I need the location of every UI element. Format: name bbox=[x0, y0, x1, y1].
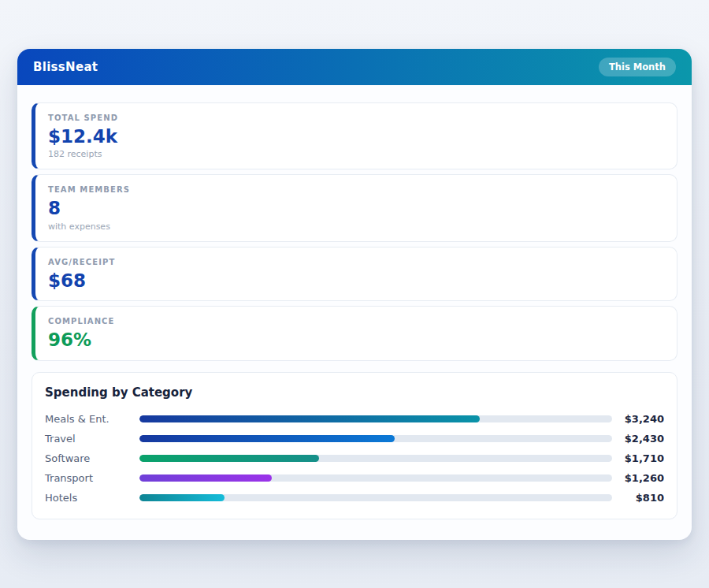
category-value: $3,240 bbox=[612, 413, 664, 425]
chart-row-travel: Travel $2,430 bbox=[45, 429, 664, 448]
bar-track bbox=[139, 455, 612, 462]
stat-value: $68 bbox=[48, 270, 664, 291]
stat-value: $12.4k bbox=[48, 126, 664, 147]
bar-fill-software bbox=[139, 455, 319, 462]
bar-track bbox=[139, 415, 612, 422]
stat-subtext: with expenses bbox=[48, 221, 664, 232]
stat-label: AVG/RECEIPT bbox=[48, 258, 664, 266]
app-panel: BlissNeat This Month TOTAL SPEND $12.4k … bbox=[17, 49, 692, 540]
stat-label: TEAM MEMBERS bbox=[48, 185, 664, 194]
bar-fill-hotels bbox=[139, 494, 225, 501]
chart-row-transport: Transport $1,260 bbox=[45, 468, 664, 488]
stat-label: COMPLIANCE bbox=[48, 317, 664, 326]
stat-card-compliance: COMPLIANCE 96% bbox=[32, 306, 677, 360]
category-label: Travel bbox=[45, 433, 139, 445]
stat-value: 8 bbox=[48, 198, 664, 218]
stat-card-total-spend: TOTAL SPEND $12.4k 182 receipts bbox=[32, 102, 677, 169]
app-title: BlissNeat bbox=[33, 60, 98, 74]
category-value: $810 bbox=[612, 492, 664, 504]
chart-title: Spending by Category bbox=[45, 385, 664, 400]
stat-label: TOTAL SPEND bbox=[48, 114, 664, 122]
bar-fill-transport bbox=[139, 474, 272, 482]
bar-fill-travel bbox=[139, 435, 395, 442]
category-value: $2,430 bbox=[612, 433, 664, 445]
chart-row-meals: Meals & Ent. $3,240 bbox=[45, 409, 664, 429]
stat-value: 96% bbox=[48, 329, 664, 350]
bar-track bbox=[139, 474, 612, 482]
category-label: Meals & Ent. bbox=[45, 413, 139, 425]
bar-track bbox=[139, 494, 612, 501]
category-value: $1,710 bbox=[612, 452, 664, 464]
app-header: BlissNeat This Month bbox=[17, 49, 692, 85]
stat-subtext: 182 receipts bbox=[48, 149, 664, 159]
period-badge-button[interactable]: This Month bbox=[599, 58, 676, 76]
category-label: Hotels bbox=[45, 492, 139, 504]
panel-body: TOTAL SPEND $12.4k 182 receipts TEAM MEM… bbox=[17, 85, 692, 540]
spending-by-category-chart: Spending by Category Meals & Ent. $3,240… bbox=[32, 372, 677, 519]
stat-card-team-members: TEAM MEMBERS 8 with expenses bbox=[32, 174, 677, 241]
bar-fill-meals bbox=[139, 415, 480, 422]
stat-card-avg-receipt: AVG/RECEIPT $68 bbox=[32, 247, 677, 301]
category-label: Transport bbox=[45, 472, 139, 484]
category-label: Software bbox=[45, 452, 139, 464]
category-value: $1,260 bbox=[612, 472, 664, 484]
chart-row-hotels: Hotels $810 bbox=[45, 488, 664, 508]
bar-track bbox=[139, 435, 612, 442]
chart-row-software: Software $1,710 bbox=[45, 448, 664, 468]
